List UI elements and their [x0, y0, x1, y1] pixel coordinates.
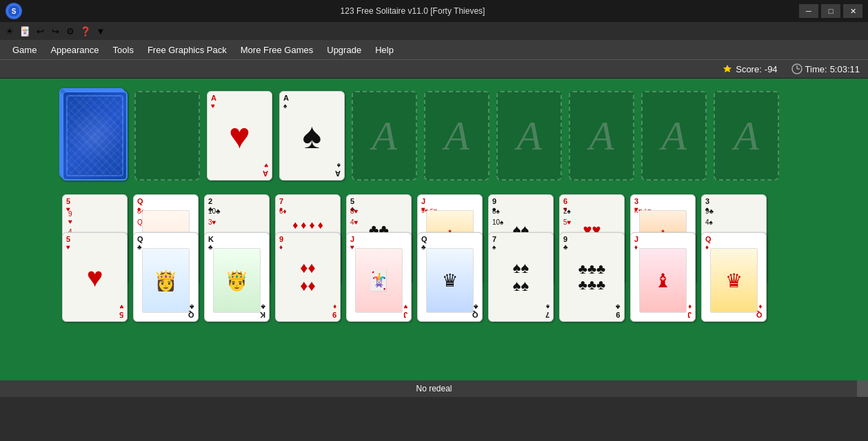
score-value: -94 — [765, 64, 778, 74]
tableau-column-9[interactable]: 3♠ 9♣ 4♠ ♠ 3♠ Q♦ ♛ Q♦ — [701, 194, 767, 322]
svg-text:S: S — [12, 8, 17, 15]
tableau-column-7[interactable]: 6♥ 2♠ 5♥ ♥♥♥♥ 6♥ 9♣ ♣♣♣♣♣♣ 9♣ — [559, 194, 625, 322]
foundation-0[interactable]: A♥ ♥ A♥ — [207, 91, 272, 181]
status-bar: No redeal — [0, 380, 868, 397]
tableau-card-bottom[interactable]: Q♣ ♛ Q♣ — [417, 232, 483, 322]
window-title: 123 Free Solitaire v11.0 [Forty Thieves] — [26, 6, 799, 16]
foundation-6[interactable]: A — [641, 91, 707, 181]
redo-icon[interactable]: ↪ — [48, 24, 62, 38]
menu-help[interactable]: Help — [368, 42, 401, 58]
app-icon: S — [6, 3, 22, 19]
game-area[interactable]: A♥ ♥ A♥ A♠ ♠ A♠ A A A A A A 5♥ 9♥ 4♥ 5♥ … — [0, 79, 868, 397]
menu-more-free-games[interactable]: More Free Games — [234, 42, 320, 58]
score-bar: Score: -94 Time: 5:03:11 — [0, 59, 868, 79]
tableau-card-bottom[interactable]: K♣ 🤴 K♣ — [204, 232, 270, 322]
tableau-card-bottom[interactable]: J♦ ♝ J♦ — [630, 232, 696, 322]
scrollbar[interactable] — [857, 380, 868, 397]
foundation-7[interactable]: A — [714, 91, 779, 181]
score-section: Score: -94 — [722, 63, 777, 74]
tableau-column-8[interactable]: 3♥ K♥ A♥ ♚ 3♥ J♦ ♝ J♦ — [630, 194, 696, 322]
menu-tools[interactable]: Tools — [106, 42, 141, 58]
tableau-card-bottom[interactable]: Q♣ 👸 Q♣ — [133, 232, 199, 322]
clock-icon — [791, 63, 803, 74]
tableau-card-bottom[interactable]: 9♦ ♦♦♦♦ 9♦ — [275, 232, 341, 322]
tableau-column-5[interactable]: J♥ 9♥ 5♥ ♚ J♥ Q♣ ♛ Q♣ — [417, 194, 483, 322]
foundation-3[interactable]: A — [424, 91, 489, 181]
tableau-card-bottom[interactable]: J♥ 🃏 J♥ — [346, 232, 412, 322]
menu-graphics-pack[interactable]: Free Graphics Pack — [141, 42, 234, 58]
foundation-2[interactable]: A — [352, 91, 417, 181]
score-icon — [722, 63, 733, 74]
tableau-card-bottom[interactable]: 5♥ ♥ 5♥ — [62, 232, 128, 322]
window-controls: ─ □ ✕ — [799, 4, 862, 18]
tableau-column-0[interactable]: 5♥ 9♥ 4♥ 5♥ ♥ 5♥ 5♥ ♥ 5♥ — [62, 194, 128, 322]
top-row: A♥ ♥ A♥ A♠ ♠ A♠ A A A A A A — [41, 84, 827, 181]
title-bar: S 123 Free Solitaire v11.0 [Forty Thieve… — [0, 0, 868, 22]
svg-marker-2 — [723, 65, 731, 72]
tableau-column-1[interactable]: Q♦ 8♦ Q♦ 👸 Q♦ Q♣ 👸 Q♣ — [133, 194, 199, 322]
menu-game[interactable]: Game — [6, 42, 43, 58]
tableau-card-bottom[interactable]: 7♠ ♠♠♠♠ 7♠ — [488, 232, 554, 322]
menu-appearance[interactable]: Appearance — [43, 42, 105, 58]
sun-icon[interactable]: ☀ — [3, 24, 17, 38]
time-value: 5:03:11 — [830, 64, 860, 74]
menu-upgrade[interactable]: Upgrade — [320, 42, 368, 58]
foundation-1[interactable]: A♠ ♠ A♠ — [279, 91, 345, 181]
tableau-column-3[interactable]: 7♦ 6♦ ♦♦ ♦♦ 7♦ 9♦ ♦♦♦♦ 9♦ — [275, 194, 341, 322]
close-button[interactable]: ✕ — [843, 4, 862, 18]
status-text: No redeal — [6, 384, 862, 393]
minimize-button[interactable]: ─ — [799, 4, 818, 18]
stock-pile[interactable] — [62, 91, 128, 181]
foundation-4[interactable]: A — [496, 91, 562, 181]
tableau-card-bottom[interactable]: Q♦ ♛ Q♦ — [701, 232, 767, 322]
tableau-column-4[interactable]: 5♣ 8♥ 4♥ ♣♣♣ 5♣ J♥ 🃏 J♥ — [346, 194, 412, 322]
undo-icon[interactable]: ↩ — [33, 24, 47, 38]
menu-bar: Game Appearance Tools Free Graphics Pack… — [0, 40, 868, 59]
dropdown-icon[interactable]: ▼ — [94, 24, 108, 38]
maximize-button[interactable]: □ — [821, 4, 840, 18]
tableau-card-bottom[interactable]: 9♣ ♣♣♣♣♣♣ 9♣ — [559, 232, 625, 322]
card-icon[interactable]: 🃏 — [18, 24, 32, 38]
tableau-column-2[interactable]: 2♣ 10♣ 3♥ ♣♣ 2♣ K♣ 🤴 K♣ — [204, 194, 270, 322]
foundation-5[interactable]: A — [569, 91, 634, 181]
time-section: Time: 5:03:11 — [791, 63, 860, 74]
help-icon[interactable]: ❓ — [79, 24, 92, 38]
score-label: Score: — [736, 64, 762, 74]
quick-toolbar: ☀ 🃏 ↩ ↪ ⚙ ❓ ▼ — [0, 22, 868, 40]
tableau-column-6[interactable]: 9♠ 8♠ 10♠ ♠♠♠ 9♠ 7♠ ♠♠♠♠ 7♠ — [488, 194, 554, 322]
settings-icon[interactable]: ⚙ — [63, 24, 77, 38]
tableau: 5♥ 9♥ 4♥ 5♥ ♥ 5♥ 5♥ ♥ 5♥ Q♦ 8♦ Q♦ 👸 Q♦ — [41, 189, 827, 322]
waste-pile[interactable] — [134, 91, 200, 181]
time-label: Time: — [805, 64, 827, 74]
